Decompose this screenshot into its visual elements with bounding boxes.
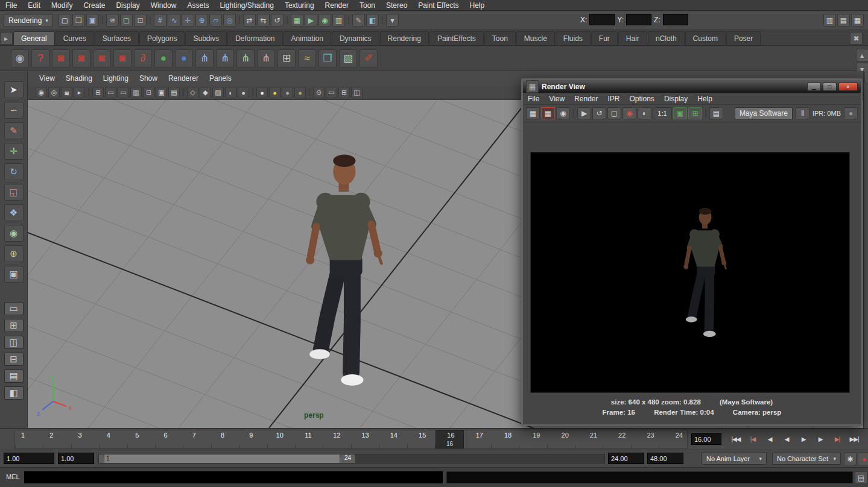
- render-settings-icon[interactable]: ▤: [709, 107, 723, 119]
- create-blue-sphere-icon[interactable]: ●: [175, 49, 193, 68]
- render-view-titlebar[interactable]: ▦ Render View ▁□×: [523, 80, 861, 93]
- timeline-frame-label[interactable]: 20: [560, 432, 571, 439]
- shaded-cube-icon[interactable]: ▧: [339, 49, 357, 68]
- ipr-pause-icon[interactable]: ‖: [796, 107, 809, 119]
- timeline-frame-label[interactable]: 16: [445, 432, 456, 439]
- scale-tool-icon[interactable]: ◱: [4, 184, 24, 201]
- render-globe-icon[interactable]: ◉: [11, 49, 29, 68]
- last-tool-used-icon[interactable]: ▣: [4, 266, 24, 283]
- shaded-mode-icon[interactable]: ◆: [200, 87, 211, 98]
- gray-material-ball-icon[interactable]: ●: [282, 87, 293, 98]
- hypergraph-output-icon[interactable]: ⋔: [257, 49, 275, 68]
- layout-persp-side-icon[interactable]: ◧: [4, 386, 24, 400]
- shelf-tab[interactable]: Rendering: [380, 31, 429, 45]
- shelf-tab[interactable]: Surfaces: [95, 31, 139, 45]
- layout-four-view-icon[interactable]: ⊞: [4, 319, 24, 332]
- input-connections-icon[interactable]: ⇄: [243, 14, 256, 27]
- lasso-select-tool-icon[interactable]: ∽: [4, 102, 24, 119]
- shelf-tab[interactable]: PaintEffects: [429, 31, 484, 45]
- timeline-frame-label[interactable]: 14: [388, 432, 399, 439]
- playback-range-slider[interactable]: 1 24: [99, 454, 355, 463]
- select-tool-icon[interactable]: ➤: [4, 81, 24, 98]
- field-entry-mode-icon[interactable]: ▾: [386, 14, 399, 27]
- lock-camera-icon[interactable]: ◎: [48, 87, 60, 98]
- hypershade-icon[interactable]: ◧: [366, 14, 379, 27]
- hypergraph-hierarchy-icon[interactable]: ⋔: [195, 49, 214, 68]
- snap-to-view-plane-icon[interactable]: ▱: [209, 14, 222, 27]
- menu-item[interactable]: Stereo: [381, 1, 413, 10]
- rendered-image[interactable]: [530, 152, 850, 393]
- display-render-settings-icon[interactable]: ▥: [332, 14, 345, 27]
- auto-keyframe-icon[interactable]: ●: [858, 453, 868, 465]
- anim-layer-selector[interactable]: No Anim Layer ▾: [702, 453, 767, 465]
- timeline-frame-label[interactable]: 9: [246, 432, 256, 439]
- create-stereo-camera-icon[interactable]: ◙: [113, 49, 131, 68]
- menu-item[interactable]: Toon: [354, 1, 381, 10]
- shadows-toggle-icon[interactable]: ●: [238, 87, 249, 98]
- textured-mode-icon[interactable]: ▨: [212, 87, 224, 98]
- render-view-menu-item[interactable]: IPR: [603, 95, 625, 103]
- shelf-delete-icon[interactable]: ✖: [850, 32, 863, 45]
- select-by-object-icon[interactable]: ▢: [120, 14, 133, 27]
- shelf-tab[interactable]: Hair: [618, 31, 647, 45]
- timeline-frame-label[interactable]: 23: [645, 432, 656, 439]
- go-to-start-icon[interactable]: |◀◀: [728, 433, 744, 445]
- minimize-button-icon[interactable]: ▁: [807, 83, 821, 91]
- shelf-tab[interactable]: Dynamics: [332, 31, 379, 45]
- timeline-frame-label[interactable]: 1: [17, 432, 28, 439]
- share-view-icon[interactable]: ◫: [351, 87, 363, 98]
- shelf-scroll-up-icon[interactable]: ▴: [856, 49, 868, 61]
- step-back-one-key-icon[interactable]: |◀: [745, 433, 761, 445]
- timeline-frame-label[interactable]: 13: [360, 432, 371, 439]
- show-layer-editor-icon[interactable]: ▤: [837, 14, 850, 27]
- panel-menu-item[interactable]: Lighting: [98, 74, 134, 83]
- use-all-lights-icon[interactable]: ◐: [225, 87, 236, 98]
- timeline-frame-label[interactable]: 22: [616, 432, 627, 439]
- select-by-hierarchy-icon[interactable]: ≋: [106, 14, 119, 27]
- move-tool-icon[interactable]: ✛: [4, 143, 24, 160]
- shelf-tab[interactable]: Deformation: [227, 31, 282, 45]
- render-current-frame-icon[interactable]: ▶: [305, 14, 317, 27]
- soft-modification-tool-icon[interactable]: ◉: [4, 225, 24, 242]
- create-camera-aim-up-icon[interactable]: ◙: [93, 49, 111, 68]
- ipr-select-region-icon[interactable]: ▢: [607, 107, 621, 119]
- timeline-frame-label[interactable]: 4: [103, 432, 114, 439]
- wireframe-mode-icon[interactable]: ◇: [187, 87, 198, 98]
- timeline-frame-label[interactable]: 10: [274, 432, 285, 439]
- render-view-menu-item[interactable]: Display: [659, 95, 692, 103]
- create-camera-aim-icon[interactable]: ◙: [72, 49, 90, 68]
- timeline-frame-label[interactable]: 15: [417, 432, 428, 439]
- renderer-selector[interactable]: Maya Software: [735, 107, 793, 120]
- menu-item[interactable]: Edit: [22, 1, 46, 10]
- construction-history-icon[interactable]: ↺: [271, 14, 284, 27]
- create-camera-icon[interactable]: ◙: [52, 49, 70, 68]
- shelf-tab[interactable]: Curves: [55, 31, 94, 45]
- menu-item[interactable]: Texturing: [279, 1, 320, 10]
- time-slider[interactable]: 16 1234567891011121314151617181920212223…: [14, 430, 688, 449]
- character-model[interactable]: [287, 147, 399, 395]
- hypergraph-input-icon[interactable]: ⋔: [236, 49, 255, 68]
- texture-reference-icon[interactable]: ❒: [318, 49, 337, 68]
- panel-menu-item[interactable]: View: [34, 74, 60, 83]
- shelf-tab[interactable]: Fur: [591, 31, 618, 45]
- script-editor-icon[interactable]: ▤: [855, 471, 867, 484]
- show-manipulator-tool-icon[interactable]: ⊕: [4, 245, 24, 262]
- command-input[interactable]: [24, 471, 443, 483]
- timeline-frame-label[interactable]: 24: [674, 432, 685, 439]
- universal-manipulator-tool-icon[interactable]: ❖: [4, 204, 24, 221]
- help-line-icon[interactable]: ?: [31, 49, 49, 68]
- show-channel-box-icon[interactable]: ▥: [823, 14, 836, 27]
- step-back-one-frame-icon[interactable]: ◀: [762, 433, 778, 445]
- timeline-frame-label[interactable]: 21: [588, 432, 599, 439]
- open-render-view-icon[interactable]: ▦: [291, 14, 303, 27]
- y-coordinate-input[interactable]: [626, 14, 651, 25]
- panel-menu-item[interactable]: Show: [134, 74, 163, 83]
- show-attribute-editor-icon[interactable]: ▦: [851, 14, 864, 27]
- make-live-icon[interactable]: ◎: [223, 14, 236, 27]
- redo-previous-render-icon[interactable]: ▦: [526, 107, 540, 119]
- snapshot-icon[interactable]: ◉: [556, 107, 570, 119]
- playback-end-field[interactable]: [608, 453, 644, 464]
- paint-effects-brush-icon[interactable]: ∂: [134, 49, 152, 68]
- layout-persp-outliner-icon[interactable]: ◫: [4, 336, 24, 349]
- open-scene-icon[interactable]: ❒: [72, 14, 85, 27]
